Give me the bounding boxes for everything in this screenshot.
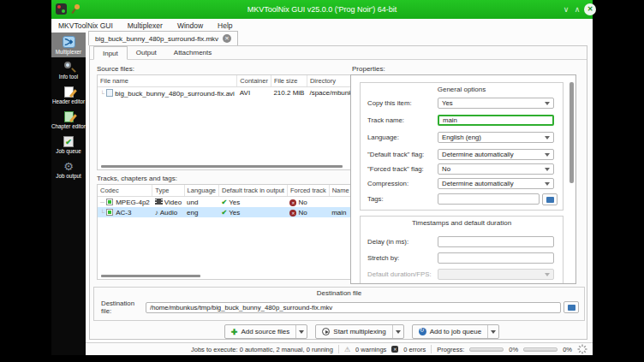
col-default-track[interactable]: Default track in output (218, 185, 287, 197)
tracks-header: Codec Type Language Default track in out… (98, 185, 352, 197)
minimize-button[interactable]: ∨ (560, 4, 572, 15)
progress-bar-current (469, 347, 504, 352)
maximize-button[interactable]: ∧ (571, 4, 583, 15)
start-multiplexing-dropdown[interactable] (392, 325, 403, 338)
tab-attachments[interactable]: Attachments (165, 46, 220, 60)
col-codec[interactable]: Codec (98, 185, 152, 197)
progress-bar-total (523, 347, 558, 352)
play-icon (322, 328, 330, 335)
compression-select[interactable]: Determine automatically (438, 178, 554, 189)
col-forced-track[interactable]: Forced track (287, 185, 329, 197)
source-files-table[interactable]: File name Container File size Directory … (97, 74, 352, 170)
tracks-table[interactable]: Codec Type Language Default track in out… (97, 184, 352, 280)
titlebar[interactable]: MKVToolNix GUI v25.0.0 ('Prog Noir') 64-… (51, 0, 593, 19)
menu-mkvtoolnix-gui[interactable]: MKVToolNix GUI (58, 21, 113, 30)
chevron-down-icon (545, 168, 550, 171)
job-output-icon: ⚙ (63, 161, 75, 172)
timestamps-title: Timestamps and default duration (361, 219, 563, 227)
file-icon (106, 89, 113, 97)
general-options-title: General options (361, 86, 563, 93)
source-file-name: big_buck_bunny_480p_surround-fix.avi (115, 90, 235, 98)
forced-track-flag-select[interactable]: No (438, 163, 554, 175)
horizontal-scrollbar[interactable] (101, 165, 343, 168)
track-name (329, 197, 352, 208)
col-directory[interactable]: Directory (307, 75, 352, 87)
track-row-video[interactable]: ─ MPEG-4p2 Video und ✔Yes ✕No big_buck_ (98, 197, 352, 208)
add-source-files-button[interactable]: ✚Add source files (224, 324, 307, 339)
source-file-directory: /space/mbunkus/mkv/Big Bu (307, 87, 352, 99)
col-name[interactable]: Name (329, 185, 352, 197)
menu-help[interactable]: Help (218, 21, 232, 30)
destination-input[interactable] (146, 302, 561, 313)
compression-label: Compression: (367, 180, 438, 187)
info-tool-icon (63, 62, 75, 73)
sidebar-label: Chapter editor (51, 123, 86, 129)
stretch-by-input[interactable] (438, 252, 554, 264)
track-name-input[interactable] (438, 115, 554, 126)
mkvtoolnix-window: MKVToolNix GUI v25.0.0 ('Prog Noir') 64-… (51, 0, 593, 355)
track-row-audio[interactable]: └ AC-3 ♪Audio eng ✔Yes ✕No main big_buck… (98, 207, 352, 217)
source-files-header: File name Container File size Directory (98, 75, 352, 87)
destination-label: Destination file: (101, 300, 146, 315)
track-codec: MPEG-4p2 (116, 199, 150, 206)
language-select[interactable]: English (eng) (438, 132, 554, 143)
start-multiplexing-button[interactable]: Start multiplexing (315, 324, 403, 339)
sidebar-item-job-queue[interactable]: ✔ Job queue (51, 132, 86, 157)
menu-window[interactable]: Window (177, 21, 203, 30)
properties-scrollbar[interactable] (569, 82, 574, 183)
close-button[interactable]: ✕ (584, 3, 596, 15)
track-enabled-checkbox[interactable] (106, 209, 113, 216)
sidebar-item-info-tool[interactable]: Info tool (51, 57, 86, 82)
destination-browse-button[interactable] (564, 301, 579, 313)
language-label: Language: (367, 134, 438, 141)
file-tab-close-icon[interactable]: ✕ (223, 34, 231, 43)
track-enabled-checkbox[interactable] (106, 199, 113, 205)
chevron-down-icon (491, 330, 496, 334)
progress-label: Progress: (437, 346, 464, 353)
track-type: Video (164, 199, 182, 206)
add-to-job-queue-button[interactable]: Add to job queue (412, 324, 500, 339)
col-file-size[interactable]: File size (271, 75, 307, 87)
source-files-label: Source files: (97, 65, 134, 73)
chevron-down-icon (545, 273, 550, 276)
default-track-flag-select[interactable]: Determine automatically (438, 149, 554, 160)
file-tab[interactable]: big_buck_bunny_480p_surround-fix.mkv ✕ (88, 31, 238, 45)
tree-branch: └ (100, 91, 104, 97)
sidebar-item-multiplexer[interactable]: Multiplexer (51, 33, 86, 57)
chevron-down-icon (545, 136, 550, 139)
tags-browse-button[interactable] (542, 193, 558, 205)
add-to-job-queue-dropdown[interactable] (487, 325, 498, 338)
col-language[interactable]: Language (184, 185, 218, 197)
general-options-group: General options Copy this item: Yes Trac… (360, 82, 564, 211)
track-language: eng (184, 207, 218, 217)
divider (338, 345, 339, 353)
tags-input[interactable] (438, 193, 540, 205)
chapter-editor-icon (63, 111, 75, 122)
track-codec: AC-3 (116, 209, 131, 217)
col-container[interactable]: Container (237, 75, 271, 87)
col-file-name[interactable]: File name (98, 75, 237, 87)
chevron-down-icon (396, 330, 401, 334)
progress-total-value: 0% (563, 346, 572, 353)
errors-count: 0 errors (403, 346, 426, 353)
sidebar-item-chapter-editor[interactable]: Chapter editor (51, 107, 86, 132)
job-queue-add-icon (419, 328, 426, 335)
statusbar: Jobs to execute: 0 automatic, 2 manual, … (86, 342, 593, 355)
col-type[interactable]: Type (152, 185, 184, 197)
yes-check-icon: ✔ (221, 209, 227, 217)
multiplexer-panel: Input Output Attachments Source files: F… (89, 45, 587, 340)
timestamps-group: Timestamps and default duration Delay (i… (360, 216, 564, 284)
copy-item-select[interactable]: Yes (438, 98, 554, 109)
tab-output[interactable]: Output (128, 46, 165, 60)
sidebar-item-header-editor[interactable]: Header editor (51, 82, 86, 107)
horizontal-scrollbar[interactable] (101, 275, 200, 277)
menu-multiplexer[interactable]: Multiplexer (128, 21, 163, 30)
timestamps-browse-button[interactable] (542, 284, 558, 285)
add-source-files-dropdown[interactable] (295, 325, 307, 338)
copy-item-label: Copy this item: (367, 99, 438, 107)
source-file-row[interactable]: └ big_buck_bunny_480p_surround-fix.avi A… (98, 87, 352, 99)
delay-input[interactable] (438, 236, 554, 247)
sidebar-item-job-output[interactable]: ⚙ Job output (51, 157, 86, 181)
tab-input[interactable]: Input (93, 46, 128, 60)
properties-label: Properties: (352, 65, 385, 73)
